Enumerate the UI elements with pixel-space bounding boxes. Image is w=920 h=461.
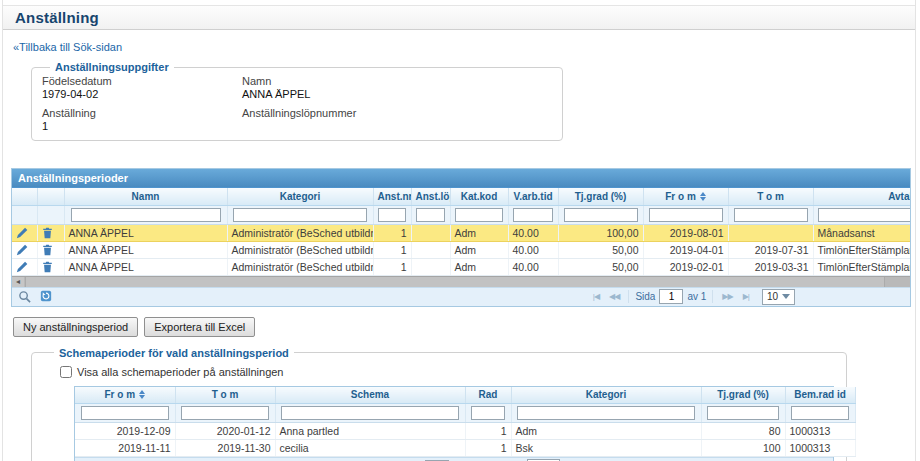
sort-icon xyxy=(139,390,145,399)
employment-seq-field: Anställningslöpnummer xyxy=(242,107,552,132)
filter-tom-input[interactable] xyxy=(181,406,269,420)
col-header-tjgrad[interactable]: Tj.grad (%) xyxy=(558,188,643,205)
schedule-periods-fieldset: Schemaperioder för vald anställningsperi… xyxy=(31,347,847,461)
new-employment-period-button[interactable]: Ny anställningsperiod xyxy=(13,317,138,337)
cell-kategori: Adm xyxy=(511,423,701,440)
cell-varbtid: 40.00 xyxy=(508,224,558,241)
filter-tjgrad-input[interactable] xyxy=(707,406,779,420)
col-header-tjgrad[interactable]: Tj.grad (%) xyxy=(701,387,785,404)
col-header-rad[interactable]: Rad xyxy=(465,387,511,404)
cell-avtalsmall: TimlönEfterStämplar xyxy=(813,241,910,258)
col-header-katkod[interactable]: Kat.kod xyxy=(450,188,508,205)
edit-row-button[interactable] xyxy=(12,258,37,275)
last-page-button[interactable]: ▶| xyxy=(740,292,752,301)
col-header-kategori[interactable]: Kategori xyxy=(227,188,373,205)
birthdate-label: Födelsedatum xyxy=(42,75,242,87)
cell-anstnr: 1 xyxy=(373,241,411,258)
cell-from: 2019-04-01 xyxy=(643,241,728,258)
filter-varbtid-input[interactable] xyxy=(513,208,553,222)
filter-rad-input[interactable] xyxy=(471,406,505,420)
col-header-tom[interactable]: T o m xyxy=(728,188,813,205)
cell-kategori: Administratör (BeSched utbildning) xyxy=(227,241,373,258)
cell-bemradid: 1000313 xyxy=(785,423,855,440)
col-header-varbtid[interactable]: V.arb.tid xyxy=(508,188,558,205)
cell-tjgrad: 100,00 xyxy=(558,224,643,241)
employment-field: Anställning 1 xyxy=(42,107,242,132)
chevron-down-icon xyxy=(782,294,790,299)
cell-kategori: Administratör (BeSched utbildning) xyxy=(227,224,373,241)
col-header-from[interactable]: Fr o m xyxy=(75,387,175,404)
search-icon[interactable] xyxy=(18,290,31,303)
col-header-from[interactable]: Fr o m xyxy=(643,188,728,205)
cell-avtalsmall: Månadsanst xyxy=(813,224,910,241)
cell-varbtid: 40.00 xyxy=(508,258,558,275)
col-header-namn[interactable]: Namn xyxy=(64,188,227,205)
title-bar: Anställning xyxy=(3,5,915,30)
schedule-row-2[interactable]: 2019-11-11 2019-11-30 cecilia 1 Bsk 100 … xyxy=(75,440,855,457)
edit-row-button[interactable] xyxy=(12,241,37,258)
cell-kategori: Bsk xyxy=(511,440,701,457)
next-page-button[interactable]: ▶▶ xyxy=(719,292,735,301)
schedule-row-1[interactable]: 2019-12-09 2020-01-12 Anna partled 1 Adm… xyxy=(75,423,855,440)
filter-kategori-input[interactable] xyxy=(517,406,695,420)
filter-tom-input[interactable] xyxy=(734,208,808,222)
page-number-input[interactable] xyxy=(659,289,683,304)
birthdate-value: 1979-04-02 xyxy=(42,88,242,100)
filter-anstlop-input[interactable] xyxy=(416,208,445,222)
pencil-icon xyxy=(16,261,28,273)
show-all-schedule-periods-label: Visa alla schemaperioder på anställninge… xyxy=(77,366,284,378)
page-of-label: av 1 xyxy=(687,291,706,302)
schedule-periods-grid: Fr o m T o m Schema Rad Kategori Tj.grad… xyxy=(74,386,834,461)
col-header-kategori[interactable]: Kategori xyxy=(511,387,701,404)
cell-katkod: Adm xyxy=(450,258,508,275)
col-header-tom[interactable]: T o m xyxy=(175,387,275,404)
filter-kategori-input[interactable] xyxy=(233,208,367,222)
cell-schema: Anna partled xyxy=(275,423,465,440)
filter-bemradid-input[interactable] xyxy=(791,406,849,420)
cell-schema: cecilia xyxy=(275,440,465,457)
col-header-anstnr[interactable]: Anst.nr xyxy=(373,188,411,205)
filter-anstnr-input[interactable] xyxy=(378,208,406,222)
period-row-3[interactable]: ANNA ÄPPEL Administratör (BeSched utbild… xyxy=(12,258,910,275)
employment-seq-value xyxy=(242,120,552,132)
period-row-1[interactable]: ANNA ÄPPEL Administratör (BeSched utbild… xyxy=(12,224,910,241)
filter-from-input[interactable] xyxy=(649,208,723,222)
employment-label: Anställning xyxy=(42,107,242,119)
first-page-button[interactable]: |◀ xyxy=(590,292,602,301)
col-header-avtalsmall[interactable]: Avtalsmall xyxy=(813,188,910,205)
horizontal-scrollbar[interactable]: ◂ xyxy=(12,276,910,287)
back-to-search-link[interactable]: «Tillbaka till Sök-sidan xyxy=(13,41,122,53)
filter-schema-input[interactable] xyxy=(281,406,459,420)
cell-kategori: Administratör (BeSched utbildning) xyxy=(227,258,373,275)
filter-avtalsmall-input[interactable] xyxy=(818,208,911,222)
filter-from-input[interactable] xyxy=(81,406,169,420)
col-header-schema[interactable]: Schema xyxy=(275,387,465,404)
col-header-bemradid[interactable]: Bem.rad id xyxy=(785,387,855,404)
cell-namn: ANNA ÄPPEL xyxy=(64,258,227,275)
cell-anstlop xyxy=(411,241,450,258)
col-header-anstlop[interactable]: Anst.löp xyxy=(411,188,450,205)
cell-katkod: Adm xyxy=(450,224,508,241)
refresh-icon[interactable] xyxy=(40,290,52,302)
cell-anstnr: 1 xyxy=(373,258,411,275)
cell-varbtid: 40.00 xyxy=(508,241,558,258)
filter-katkod-input[interactable] xyxy=(455,208,503,222)
filter-namn-input[interactable] xyxy=(71,208,221,222)
page-size-select[interactable]: 10 xyxy=(762,289,795,305)
pager-divider xyxy=(712,290,713,303)
delete-row-button[interactable] xyxy=(37,258,64,275)
period-row-2[interactable]: ANNA ÄPPEL Administratör (BeSched utbild… xyxy=(12,241,910,258)
cell-katkod: Adm xyxy=(450,241,508,258)
edit-row-button[interactable] xyxy=(12,224,37,241)
filter-tjgrad-input[interactable] xyxy=(564,208,638,222)
show-all-schedule-periods-checkbox[interactable] xyxy=(60,366,72,378)
cell-namn: ANNA ÄPPEL xyxy=(64,241,227,258)
schedule-periods-legend: Schemaperioder för vald anställningsperi… xyxy=(54,347,294,359)
cell-tjgrad: 80 xyxy=(701,423,785,440)
delete-row-button[interactable] xyxy=(37,241,64,258)
export-to-excel-button[interactable]: Exportera till Excel xyxy=(144,317,255,337)
delete-row-button[interactable] xyxy=(37,224,64,241)
prev-page-button[interactable]: ◀◀ xyxy=(606,292,622,301)
name-field: Namn ANNA ÄPPEL xyxy=(242,75,552,100)
cell-tom: 2019-07-31 xyxy=(728,241,813,258)
